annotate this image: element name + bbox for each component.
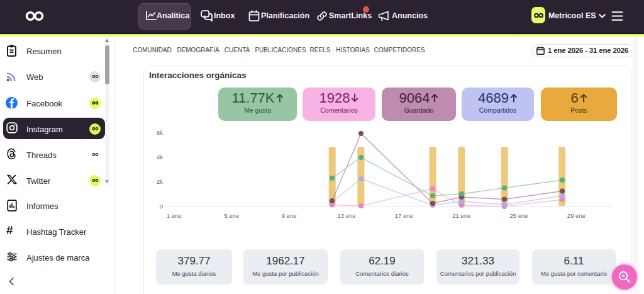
svg-text:1 ene: 1 ene	[167, 212, 182, 219]
svg-text:4k: 4k	[157, 154, 163, 161]
svg-text:0: 0	[160, 203, 163, 210]
svg-text:5 ene: 5 ene	[224, 212, 239, 219]
svg-text:29 ene: 29 ene	[567, 212, 586, 219]
svg-text:9 ene: 9 ene	[282, 212, 297, 219]
svg-text:2k: 2k	[157, 178, 163, 185]
svg-text:17 ene: 17 ene	[395, 212, 413, 219]
svg-text:13 ene: 13 ene	[337, 212, 355, 219]
svg-text:6k: 6k	[157, 129, 163, 136]
svg-text:25 ene: 25 ene	[510, 212, 528, 219]
svg-text:21 ene: 21 ene	[452, 212, 470, 219]
